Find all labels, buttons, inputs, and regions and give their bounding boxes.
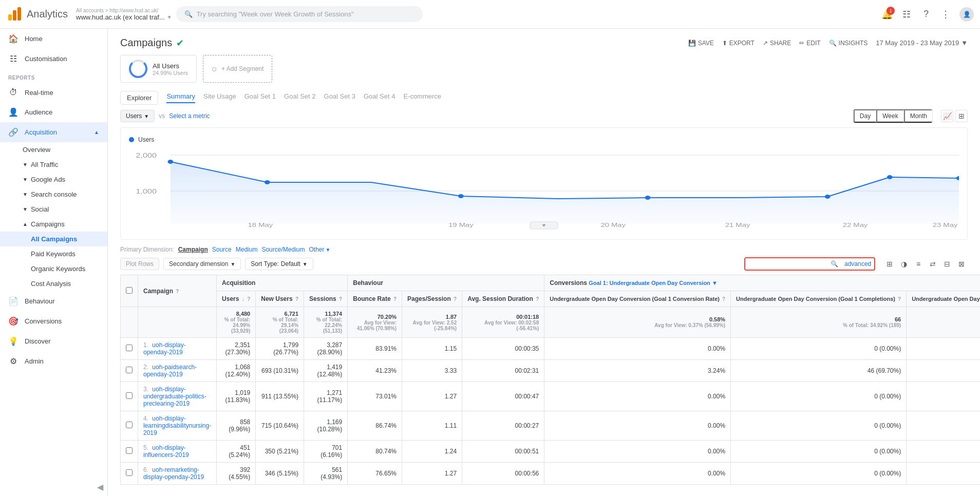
goal-dropdown[interactable]: Goal 1: Undergraduate Open Day Conversio…: [589, 280, 718, 286]
sidebar-item-acquisition[interactable]: 🔗 Acquisition ▲: [0, 122, 107, 142]
row-checkbox-2[interactable]: [126, 392, 133, 399]
edit-button[interactable]: ✏ EDIT: [799, 40, 820, 47]
secondary-dimension-select[interactable]: Secondary dimension ▼: [163, 258, 241, 270]
svg-point-9: [458, 194, 464, 198]
th-avg-session[interactable]: Avg. Session Duration ?: [462, 291, 544, 307]
detail-view-button[interactable]: ⊠: [955, 258, 968, 270]
campaign-link-4[interactable]: uoh-display-influencers-2019: [143, 444, 189, 459]
campaign-link-0[interactable]: uoh-display-openday-2019: [143, 341, 186, 356]
share-button[interactable]: ↗ SHARE: [763, 40, 791, 47]
sidebar-item-home[interactable]: 🏠 Home: [0, 29, 107, 49]
plot-rows-button[interactable]: Plot Rows: [120, 258, 159, 270]
chart-type-buttons: 📈 ⊞: [941, 110, 968, 122]
th-pages-session[interactable]: Pages/Session ?: [402, 291, 462, 307]
row-checkbox-0[interactable]: [126, 345, 133, 351]
share-icon: ↗: [763, 40, 768, 47]
date-range-picker[interactable]: 17 May 2019 - 23 May 2019 ▼: [876, 39, 968, 47]
select-all-checkbox[interactable]: [126, 287, 133, 294]
total-value: £0.00 % of Total: 0.00% (£0.00): [907, 307, 980, 338]
grid-view-button[interactable]: ⊞: [883, 258, 896, 270]
select-metric-link[interactable]: Select a metric: [169, 112, 210, 120]
campaign-link-2[interactable]: uoh-display-undergraduate-politics-precl…: [143, 386, 206, 407]
metric-selector[interactable]: Users ▼: [120, 110, 155, 122]
help-icon[interactable]: ?: [920, 9, 932, 20]
table-chart-button[interactable]: ⊞: [955, 110, 968, 122]
sidebar-item-social[interactable]: ▼ Social: [0, 202, 107, 217]
sidebar-item-conversions[interactable]: 🎯 Conversions: [0, 311, 107, 331]
row-checkbox-3[interactable]: [126, 422, 133, 428]
compare-view-button[interactable]: ⇄: [927, 258, 939, 270]
th-conv-rate[interactable]: Undergraduate Open Day Conversion (Goal …: [544, 291, 731, 307]
tab-summary[interactable]: Summary: [166, 92, 195, 103]
sidebar-item-campaigns[interactable]: ▲ Campaigns: [0, 217, 107, 232]
tab-goal-set-2[interactable]: Goal Set 2: [284, 92, 315, 103]
sidebar-item-google-ads[interactable]: ▼ Google Ads: [0, 172, 107, 187]
line-chart-button[interactable]: 📈: [941, 110, 953, 122]
insights-button[interactable]: 🔍 INSIGHTS: [829, 40, 868, 47]
sidebar-item-discover[interactable]: 💡 Discover: [0, 331, 107, 351]
row-checkbox-1[interactable]: [126, 367, 133, 373]
day-button[interactable]: Day: [854, 109, 876, 123]
th-users[interactable]: Users ↓ ?: [217, 291, 256, 307]
pivot-view-button[interactable]: ⊟: [941, 258, 953, 270]
tab-site-usage[interactable]: Site Usage: [203, 92, 236, 103]
grid-icon[interactable]: ☷: [901, 9, 912, 20]
sort-type-select[interactable]: Sort Type: Default ▼: [245, 258, 313, 270]
app-title: Analytics: [27, 8, 68, 20]
month-button[interactable]: Month: [904, 109, 932, 123]
notification-button[interactable]: 🔔 1: [881, 9, 893, 20]
sidebar-item-customisation[interactable]: ☷ Customisation: [0, 49, 107, 69]
sidebar-item-paid-keywords[interactable]: Paid Keywords: [0, 246, 107, 261]
dim-source-medium[interactable]: Source/Medium: [261, 246, 305, 253]
export-button[interactable]: ⬆ EXPORT: [722, 40, 755, 47]
explorer-tab-button[interactable]: Explorer: [120, 91, 158, 105]
content-area: Campaigns ✔ 💾 SAVE ⬆ EXPORT ↗ SHARE ✏ ED…: [108, 29, 980, 496]
tab-ecommerce[interactable]: E-commerce: [403, 92, 441, 103]
dim-other-dropdown[interactable]: Other ▼: [309, 246, 330, 253]
sidebar-item-all-campaigns[interactable]: All Campaigns: [0, 232, 107, 246]
dim-source[interactable]: Source: [212, 246, 232, 253]
tab-goal-set-1[interactable]: Goal Set 1: [244, 92, 276, 103]
th-sessions[interactable]: Sessions ?: [304, 291, 348, 307]
th-bounce-rate[interactable]: Bounce Rate ?: [348, 291, 402, 307]
sidebar-item-audience[interactable]: 👤 Audience: [0, 102, 107, 122]
chart-area: Users 2,000 1,000: [120, 127, 968, 240]
th-value[interactable]: Undergraduate Open Day Conversion (Goal …: [907, 291, 980, 307]
tab-goal-set-3[interactable]: Goal Set 3: [324, 92, 355, 103]
campaign-link-3[interactable]: uoh-display-learningdisabilitynursing-20…: [143, 415, 211, 436]
tab-goal-set-4[interactable]: Goal Set 4: [364, 92, 395, 103]
th-completions[interactable]: Undergraduate Open Day Conversion (Goal …: [731, 291, 907, 307]
sidebar-item-search-console[interactable]: ▼ Search console: [0, 187, 107, 202]
advanced-link[interactable]: advanced: [841, 260, 874, 268]
campaign-link-5[interactable]: uoh-remarketing-display-openday-2019: [143, 466, 204, 481]
pie-view-button[interactable]: ◑: [898, 258, 910, 270]
site-name[interactable]: www.hud.ac.uk (ex local traf... ▼: [76, 13, 172, 21]
row-checkbox-5[interactable]: [126, 469, 133, 476]
sidebar-collapse[interactable]: ◀: [0, 478, 107, 496]
dim-campaign[interactable]: Campaign: [178, 246, 208, 253]
th-checkbox: [121, 275, 138, 307]
user-avatar[interactable]: 👤: [959, 7, 974, 22]
th-new-users[interactable]: New Users ?: [256, 291, 304, 307]
list-view-button[interactable]: ≡: [912, 258, 925, 270]
add-segment-button[interactable]: ○ + Add Segment: [203, 55, 272, 83]
week-button[interactable]: Week: [876, 109, 903, 123]
sidebar-item-admin[interactable]: ⚙ Admin: [0, 351, 107, 371]
dim-medium[interactable]: Medium: [236, 246, 258, 253]
sidebar-item-realtime[interactable]: ⏱ Real-time: [0, 83, 107, 102]
sidebar-item-overview[interactable]: Overview: [0, 142, 107, 157]
search-bar[interactable]: 🔍 Try searching "Week over Week Growth o…: [176, 6, 423, 22]
search-icon[interactable]: 🔍: [827, 258, 841, 270]
row-checkbox-4[interactable]: [126, 447, 133, 454]
search-input[interactable]: [745, 258, 827, 270]
sidebar-item-all-traffic[interactable]: ▼ All Traffic: [0, 157, 107, 172]
save-button[interactable]: 💾 SAVE: [688, 40, 714, 47]
sidebar-item-cost-analysis[interactable]: Cost Analysis: [0, 276, 107, 291]
sidebar-item-behaviour[interactable]: 📄 Behaviour: [0, 291, 107, 311]
sidebar-item-organic-keywords[interactable]: Organic Keywords: [0, 261, 107, 276]
campaign-link-1[interactable]: uoh-paidsearch-openday-2019: [143, 364, 197, 378]
more-icon[interactable]: ⋮: [940, 9, 951, 20]
chart-legend: Users: [129, 136, 959, 143]
segments-row: All Users 24.99% Users ○ + Add Segment: [120, 55, 968, 83]
all-users-segment[interactable]: All Users 24.99% Users: [120, 55, 197, 83]
